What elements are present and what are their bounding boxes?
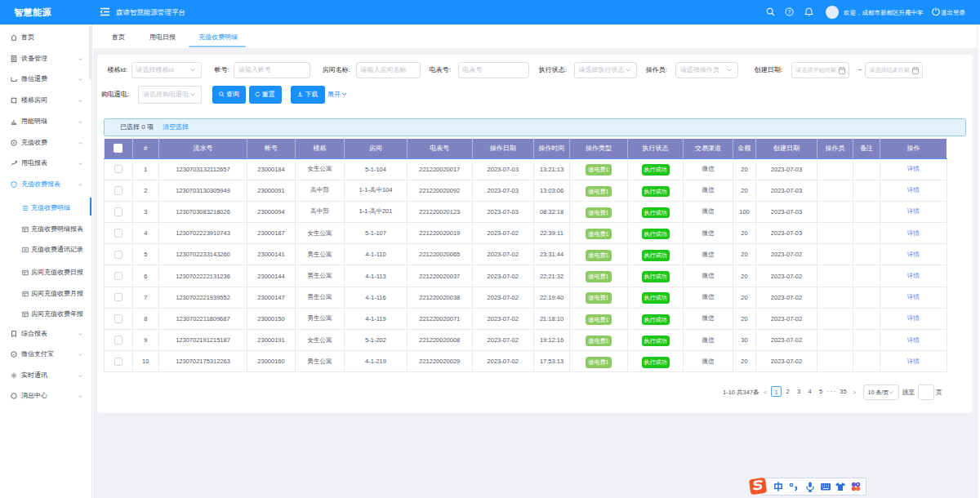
svg-text:?: ?	[788, 9, 791, 15]
